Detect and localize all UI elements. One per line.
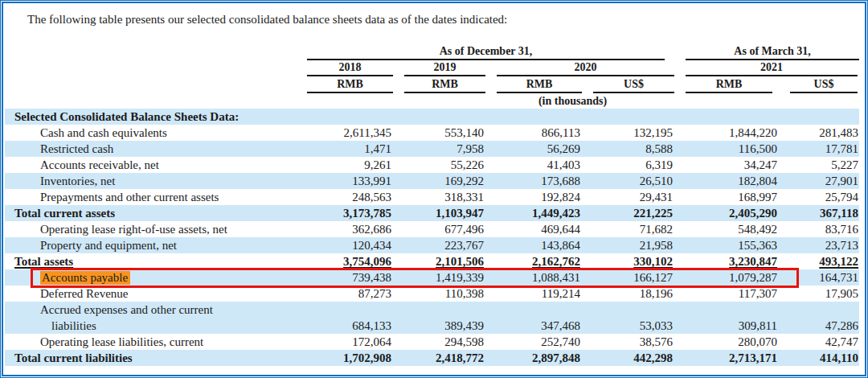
cell-value: 192,824 xyxy=(487,189,583,205)
cell-value: 677,496 xyxy=(395,221,487,237)
cell-value: 309,811 xyxy=(676,302,780,334)
cell-value: 281,483 xyxy=(780,125,859,141)
row-label: Total current liabilities xyxy=(5,350,286,366)
cell-value: 38,576 xyxy=(583,334,676,350)
header-year-2020: 2020 xyxy=(487,60,676,76)
cell-value: 684,133 xyxy=(286,302,395,334)
header-spacer xyxy=(5,45,286,60)
cell-value: 2,101,506 xyxy=(395,253,487,269)
cell-value: 1,103,947 xyxy=(395,205,487,221)
table-row: Operating lease right-of-use assets, net… xyxy=(5,221,859,237)
row-label: Restricted cash xyxy=(5,141,286,157)
cell-value: 330,102 xyxy=(583,253,676,269)
cell-value: 389,439 xyxy=(395,302,487,334)
header-unit-2021-rmb: RMB xyxy=(676,76,780,93)
cell-value: 3,754,096 xyxy=(286,253,395,269)
cell-value: 553,140 xyxy=(395,125,487,141)
header-spacer xyxy=(5,60,286,76)
table-row: Deferred Revenue87,273110,398119,21418,1… xyxy=(5,286,859,302)
cell-value: 55,226 xyxy=(395,157,487,173)
cell-value: 548,492 xyxy=(676,221,780,237)
header-unit-2020-rmb: RMB xyxy=(487,76,583,93)
cell-value: 29,431 xyxy=(583,189,676,205)
cell-value: 164,731 xyxy=(780,269,859,286)
cell-value: 132,195 xyxy=(583,125,676,141)
cell-value: 2,611,345 xyxy=(286,125,395,141)
cell-value: 119,214 xyxy=(487,286,583,302)
cell-value: 169,292 xyxy=(395,173,487,189)
header-group-december-label: As of December 31, xyxy=(307,45,665,60)
row-label: Cash and cash equivalents xyxy=(5,125,286,141)
table-row: Accounts receivable, net9,26155,22641,40… xyxy=(5,157,859,173)
cell-value: 3,230,847 xyxy=(676,253,780,269)
row-label: Prepayments and other current assets xyxy=(5,189,286,205)
row-label: Inventories, net xyxy=(5,173,286,189)
cell-value: 6,319 xyxy=(583,157,676,173)
cell-value: 5,227 xyxy=(780,157,859,173)
header-year-2021: 2021 xyxy=(676,60,859,76)
cell-value xyxy=(487,109,583,125)
cell-value: 18,196 xyxy=(583,286,676,302)
cell-value: 120,434 xyxy=(286,237,395,253)
cell-value: 2,162,762 xyxy=(487,253,583,269)
row-label: Total current assets xyxy=(5,205,286,221)
cell-value: 367,118 xyxy=(780,205,859,221)
table-row: Selected Consolidated Balance Sheets Dat… xyxy=(5,109,859,125)
table-row: Cash and cash equivalents2,611,345553,14… xyxy=(5,125,859,141)
cell-value: 280,070 xyxy=(676,334,780,350)
cell-value: 25,794 xyxy=(780,189,859,205)
table-row: Property and equipment, net120,434223,76… xyxy=(5,237,859,253)
table-row: Total assets3,754,0962,101,5062,162,7623… xyxy=(5,253,859,269)
cell-value: 17,905 xyxy=(780,286,859,302)
cell-value: 223,767 xyxy=(395,237,487,253)
cell-value: 143,864 xyxy=(487,237,583,253)
cell-value: 42,747 xyxy=(780,334,859,350)
header-year-2019: 2019 xyxy=(395,60,487,76)
cell-value: 166,127 xyxy=(583,269,676,286)
cell-value: 469,644 xyxy=(487,221,583,237)
cell-value: 1,088,431 xyxy=(487,269,583,286)
cell-value: 252,740 xyxy=(487,334,583,350)
cell-value: 173,688 xyxy=(487,173,583,189)
cell-value: 155,363 xyxy=(676,237,780,253)
cell-value: 318,331 xyxy=(395,189,487,205)
document-frame: The following table presents our selecte… xyxy=(0,0,868,378)
cell-value: 27,901 xyxy=(780,173,859,189)
cell-value: 294,598 xyxy=(395,334,487,350)
table-row: Accounts payable739,4381,419,3391,088,43… xyxy=(5,269,859,286)
cell-value: 2,897,848 xyxy=(487,350,583,366)
table-row: Total current assets3,173,7851,103,9471,… xyxy=(5,205,859,221)
header-unit-row: RMB RMB RMB US$ RMB US$ xyxy=(5,76,859,93)
cell-value: 739,438 xyxy=(286,269,395,286)
cell-value: 442,298 xyxy=(583,350,676,366)
cell-value: 172,064 xyxy=(286,334,395,350)
cell-value: 3,173,785 xyxy=(286,205,395,221)
cell-value: 110,398 xyxy=(395,286,487,302)
cell-value: 116,500 xyxy=(676,141,780,157)
header-unit-2019-rmb: RMB xyxy=(395,76,487,93)
cell-value: 56,269 xyxy=(487,141,583,157)
cell-value: 221,225 xyxy=(583,205,676,221)
annotation-highlight: Accounts payable xyxy=(40,271,130,285)
cell-value: 1,844,220 xyxy=(676,125,780,141)
table-row: Total current liabilities1,702,9082,418,… xyxy=(5,350,859,366)
cell-value xyxy=(676,109,780,125)
row-label: Operating lease liabilities, current xyxy=(5,334,286,350)
header-unit-2021-usd: US$ xyxy=(780,76,859,93)
cell-value: 7,958 xyxy=(395,141,487,157)
header-group-march-label: As of March 31, xyxy=(686,45,859,60)
cell-value: 23,713 xyxy=(780,237,859,253)
cell-value: 414,110 xyxy=(780,350,859,366)
header-spacer xyxy=(5,76,286,93)
row-label: Accounts payable xyxy=(5,269,286,286)
cell-value: 21,958 xyxy=(583,237,676,253)
header-note-row: (in thousands) xyxy=(5,93,859,109)
cell-value: 26,510 xyxy=(583,173,676,189)
cell-value: 347,468 xyxy=(487,302,583,334)
cell-value: 9,261 xyxy=(286,157,395,173)
balance-sheet-table: As of December 31, As of March 31, 2018 … xyxy=(5,45,859,366)
cell-value: 83,716 xyxy=(780,221,859,237)
cell-value: 1,449,423 xyxy=(487,205,583,221)
row-label: Deferred Revenue xyxy=(5,286,286,302)
table-row: Inventories, net133,991169,292173,68826,… xyxy=(5,173,859,189)
